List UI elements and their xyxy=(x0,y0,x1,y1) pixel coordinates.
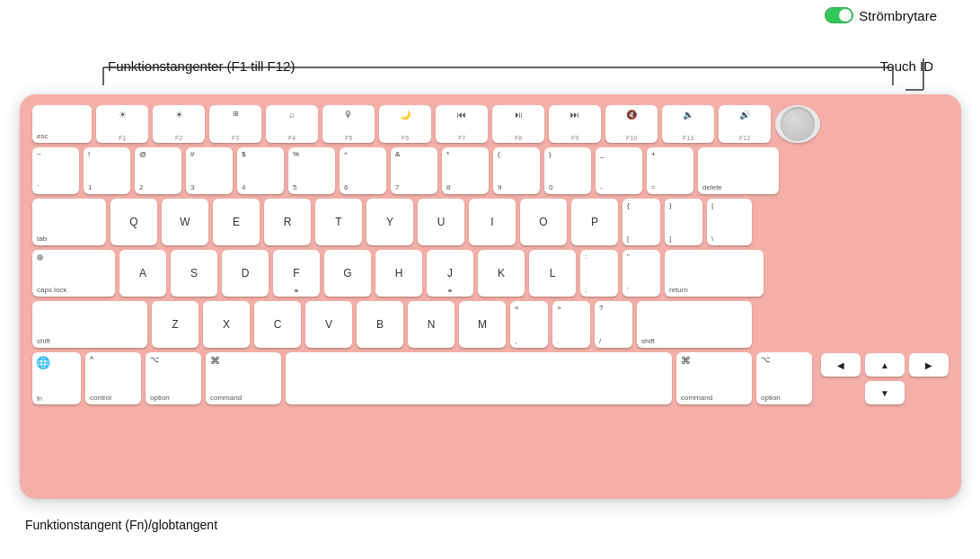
key-equals[interactable]: + = xyxy=(647,147,693,194)
key-minus[interactable]: _ - xyxy=(596,147,642,194)
key-f3[interactable]: ⊞ F3 xyxy=(209,105,261,143)
power-toggle-icon xyxy=(825,7,853,23)
key-j[interactable]: J xyxy=(427,250,473,297)
key-f2-label: F2 xyxy=(175,135,182,141)
key-9[interactable]: ( 9 xyxy=(493,147,540,194)
key-z[interactable]: Z xyxy=(152,301,199,348)
key-option-right[interactable]: ⌥ option xyxy=(756,352,812,404)
key-y[interactable]: Y xyxy=(366,199,413,245)
key-l[interactable]: L xyxy=(529,250,576,297)
key-touchid[interactable] xyxy=(775,105,820,143)
key-f10[interactable]: 🔇 F10 xyxy=(605,105,658,143)
key-o[interactable]: O xyxy=(520,199,567,245)
key-comma[interactable]: < , xyxy=(510,301,548,348)
key-arrow-down[interactable]: ▼ xyxy=(865,381,905,404)
key-u[interactable]: U xyxy=(418,199,464,245)
key-slash[interactable]: ? / xyxy=(595,301,632,348)
key-option-left[interactable]: ⌥ option xyxy=(146,352,201,404)
key-f2[interactable]: ☀ F2 xyxy=(153,105,205,143)
key-f9[interactable]: ⏭ F9 xyxy=(549,105,601,143)
key-4[interactable]: $ 4 xyxy=(237,147,284,194)
key-arrow-right[interactable]: ▶ xyxy=(909,353,949,377)
key-7[interactable]: & 7 xyxy=(391,147,437,194)
key-c[interactable]: C xyxy=(254,301,301,348)
key-arrow-left[interactable]: ◀ xyxy=(821,353,861,377)
fkeys-bracket xyxy=(103,58,894,99)
key-quote[interactable]: " ' xyxy=(622,250,660,297)
key-q[interactable]: Q xyxy=(110,199,157,245)
key-e[interactable]: E xyxy=(213,199,260,245)
key-backtick[interactable]: ~ ` xyxy=(32,147,79,194)
key-f11[interactable]: 🔉 F11 xyxy=(662,105,714,143)
key-f[interactable]: F xyxy=(273,250,320,297)
key-w[interactable]: W xyxy=(162,199,208,245)
fn-annotation: Funktionstangent (Fn)/globtangent xyxy=(25,518,217,532)
key-tab[interactable]: tab xyxy=(32,199,106,245)
key-space[interactable] xyxy=(286,352,672,404)
key-lbracket[interactable]: { [ xyxy=(622,199,660,245)
key-g[interactable]: G xyxy=(324,250,371,297)
touchid-sensor xyxy=(781,107,815,141)
key-capslock[interactable]: caps lock xyxy=(32,250,115,297)
key-r[interactable]: R xyxy=(264,199,311,245)
key-rbracket[interactable]: } ] xyxy=(665,199,702,245)
key-5[interactable]: % 5 xyxy=(288,147,335,194)
key-f8[interactable]: ⏯ F8 xyxy=(492,105,544,143)
key-b[interactable]: B xyxy=(357,301,403,348)
key-shift-left[interactable]: shift xyxy=(32,301,147,348)
capslock-indicator xyxy=(37,254,43,261)
zxcv-row: shift Z X C V B N M < , > . ? / shift xyxy=(32,301,949,348)
key-1[interactable]: ! 1 xyxy=(84,147,130,194)
key-shift-right[interactable]: shift xyxy=(637,301,752,348)
key-control[interactable]: ^ control xyxy=(85,352,141,404)
key-m[interactable]: M xyxy=(459,301,506,348)
key-t[interactable]: T xyxy=(315,199,362,245)
key-fn[interactable]: 🌐 fn xyxy=(32,352,81,404)
key-0[interactable]: ) 0 xyxy=(544,147,591,194)
arrow-row: ◀ ▲ ▼ ▶ xyxy=(821,353,949,404)
key-v[interactable]: V xyxy=(305,301,352,348)
key-6[interactable]: ^ 6 xyxy=(340,147,386,194)
key-k[interactable]: K xyxy=(478,250,525,297)
function-key-row: esc ☀ F1 ☀ F2 ⊞ F3 ⌕ F4 🎙 F5 xyxy=(32,105,949,143)
key-i[interactable]: I xyxy=(469,199,516,245)
key-f5[interactable]: 🎙 F5 xyxy=(322,105,375,143)
key-f11-label: F11 xyxy=(683,135,693,141)
keyboard: esc ☀ F1 ☀ F2 ⊞ F3 ⌕ F4 🎙 F5 xyxy=(20,94,961,499)
key-delete[interactable]: delete xyxy=(698,147,779,194)
key-command-right[interactable]: ⌘ command xyxy=(676,352,752,404)
key-j-marker xyxy=(448,289,452,292)
key-f1-label: F1 xyxy=(119,135,126,141)
arrow-updown: ▲ ▼ xyxy=(865,353,905,404)
key-a[interactable]: A xyxy=(119,250,166,297)
key-f5-label: F5 xyxy=(345,135,352,141)
key-8[interactable]: * 8 xyxy=(442,147,489,194)
key-backslash[interactable]: | \ xyxy=(707,199,752,245)
key-semicolon[interactable]: : ; xyxy=(580,250,618,297)
key-return[interactable]: return xyxy=(665,250,764,297)
key-f4-label: F4 xyxy=(288,135,296,141)
scene: Strömbrytare Touch ID Funktionstangenter… xyxy=(0,0,980,559)
key-f4[interactable]: ⌕ F4 xyxy=(266,105,318,143)
number-key-row: ~ ` ! 1 @ 2 # 3 $ 4 % 5 xyxy=(32,147,949,194)
key-x[interactable]: X xyxy=(203,301,250,348)
key-f8-label: F8 xyxy=(515,135,522,141)
key-n[interactable]: N xyxy=(408,301,455,348)
key-3[interactable]: # 3 xyxy=(186,147,233,194)
key-esc-label: esc xyxy=(37,132,48,140)
key-d[interactable]: D xyxy=(222,250,269,297)
key-p[interactable]: P xyxy=(571,199,618,245)
key-esc[interactable]: esc xyxy=(32,105,92,143)
key-f12[interactable]: 🔊 F12 xyxy=(719,105,771,143)
key-f6[interactable]: 🌙 F6 xyxy=(379,105,431,143)
key-s[interactable]: S xyxy=(171,250,217,297)
globe-icon: 🌐 xyxy=(36,356,50,369)
key-command-left[interactable]: ⌘ command xyxy=(206,352,281,404)
key-h[interactable]: H xyxy=(375,250,422,297)
key-f-marker xyxy=(295,289,298,292)
key-period[interactable]: > . xyxy=(552,301,590,348)
key-f1[interactable]: ☀ F1 xyxy=(96,105,148,143)
key-arrow-up[interactable]: ▲ xyxy=(865,353,905,377)
key-2[interactable]: @ 2 xyxy=(135,147,181,194)
key-f7[interactable]: ⏮ F7 xyxy=(436,105,488,143)
